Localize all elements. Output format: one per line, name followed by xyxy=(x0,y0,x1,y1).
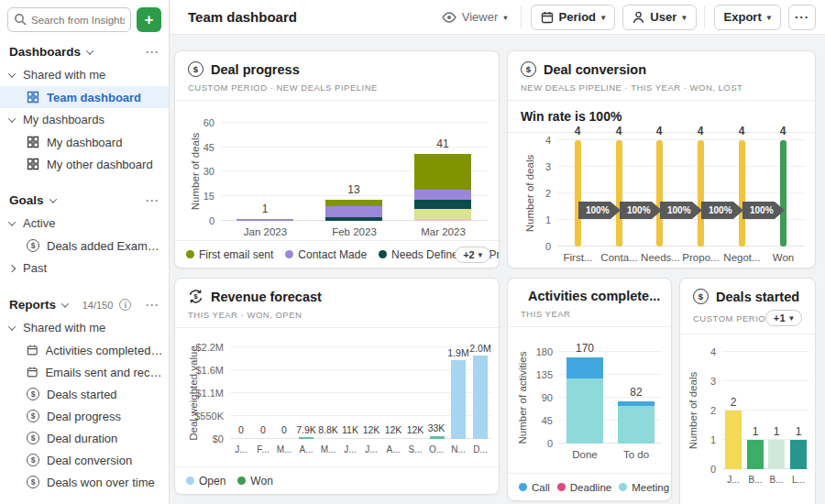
legend-item[interactable]: Contact Made xyxy=(285,248,367,261)
reports-menu-button[interactable]: ··· xyxy=(146,299,160,312)
sidebar-item-my-dashboard[interactable]: My dashboard xyxy=(0,131,169,153)
legend-more-button[interactable]: +2▾ xyxy=(455,247,490,263)
card-revenue-forecast: $ Revenue forecast THIS YEAR · WON, OPEN… xyxy=(174,278,500,495)
x-tick: Won xyxy=(763,252,804,263)
x-tick: A... xyxy=(382,444,404,455)
chevron-down-icon xyxy=(61,300,69,307)
period-button[interactable]: Period ▾ xyxy=(531,5,616,30)
filter-more-button[interactable]: +1▾ xyxy=(765,310,802,326)
won-bar[interactable] xyxy=(299,437,314,439)
item-label: Deals added Example t... xyxy=(47,239,163,253)
section-reports[interactable]: Reports 14/150 i ··· xyxy=(0,292,169,316)
card-title: Deal conversion xyxy=(544,62,646,77)
more-button[interactable]: ··· xyxy=(788,5,816,30)
goal-dollar-icon: $ xyxy=(27,239,39,252)
x-tick: First... xyxy=(557,252,599,263)
legend-item[interactable]: Needs Defined xyxy=(379,248,464,261)
open-bar-dec[interactable] xyxy=(473,356,488,439)
conversion-rate-badge: 100% xyxy=(701,202,743,219)
conversion-bar[interactable] xyxy=(616,140,622,247)
x-tick: F... xyxy=(252,444,274,455)
bar-value: 41 xyxy=(414,137,471,150)
group-label: Past xyxy=(23,261,47,275)
add-button[interactable]: + xyxy=(137,7,161,32)
won-bar[interactable] xyxy=(430,436,445,439)
deal-dollar-icon: $ xyxy=(521,61,536,77)
card-deal-progress: $ Deal progress CUSTOM PERIOD · NEW DEAL… xyxy=(174,50,500,268)
conversion-rate-badge: 100% xyxy=(578,202,621,219)
item-label: Deal duration xyxy=(47,432,117,445)
deals-bar[interactable] xyxy=(747,440,764,469)
sidebar-item-report[interactable]: $ Deal progress xyxy=(0,405,169,427)
export-button[interactable]: Export ▾ xyxy=(714,5,781,30)
bar-value: 12K xyxy=(381,424,405,435)
group-active-goals[interactable]: Active xyxy=(0,212,169,235)
sidebar-item-goal[interactable]: $ Deals added Example t... xyxy=(0,235,169,257)
group-reports-shared[interactable]: Shared with me xyxy=(0,316,169,339)
deals-bar[interactable] xyxy=(725,411,742,469)
search-box xyxy=(7,7,131,32)
sidebar-item-report[interactable]: $ Deals won over time xyxy=(0,471,169,493)
stacked-bar-mar[interactable] xyxy=(414,154,471,221)
activities-legend: Call Deadline Meeting xyxy=(508,473,671,500)
legend-item[interactable]: Call xyxy=(519,482,550,493)
deal-dollar-icon: $ xyxy=(693,289,709,304)
legend-dot xyxy=(519,483,527,491)
conversion-bar[interactable] xyxy=(656,140,663,247)
sidebar-item-report[interactable]: $ Deal conversion xyxy=(0,449,169,471)
legend-dot xyxy=(186,477,194,485)
sidebar-item-report[interactable]: Activities completed an... xyxy=(0,339,169,361)
sidebar-item-report[interactable]: $ Deals started xyxy=(0,383,169,405)
dashboard-grid-icon xyxy=(27,136,39,148)
sidebar-item-report[interactable]: Emails sent and received xyxy=(0,361,169,383)
legend-item[interactable]: Meeting xyxy=(619,482,669,493)
activities-plot: 180 135 90 45 0 170 82 Done To do xyxy=(559,352,662,444)
viewer-dropdown[interactable]: Viewer ▾ xyxy=(442,10,508,24)
open-bar-nov[interactable] xyxy=(451,360,466,439)
deal-progress-legend: First email sent Contact Made Needs Defi… xyxy=(175,240,499,268)
stacked-bar-done[interactable] xyxy=(566,357,603,444)
chevron-down-icon xyxy=(8,115,16,122)
x-tick: Feb 2023 xyxy=(310,226,399,237)
legend-item[interactable]: First email sent xyxy=(186,248,273,261)
legend-item[interactable]: Deadline xyxy=(557,482,611,493)
x-tick: J... xyxy=(722,475,744,485)
goals-menu-button[interactable]: ··· xyxy=(146,194,160,207)
card-title-row: $ Deal conversion xyxy=(508,51,815,77)
bar-value: 4 xyxy=(691,125,710,137)
x-tick: Needs... xyxy=(640,252,681,263)
conversion-bar[interactable] xyxy=(698,140,704,247)
user-button[interactable]: User ▾ xyxy=(622,5,696,30)
reports-count: 14/150 xyxy=(82,300,114,311)
stacked-bar-jan[interactable] xyxy=(236,219,293,221)
deals-bar[interactable] xyxy=(790,440,807,469)
conversion-bar[interactable] xyxy=(575,140,581,247)
legend-item[interactable]: Open xyxy=(186,475,226,488)
section-dashboards[interactable]: Dashboards ··· xyxy=(0,39,169,63)
section-goals[interactable]: Goals ··· xyxy=(0,188,169,212)
item-label: Team dashboard xyxy=(47,91,141,104)
chevron-down-icon xyxy=(8,323,16,330)
stacked-bar-todo[interactable] xyxy=(618,401,654,444)
group-my-dashboards[interactable]: My dashboards xyxy=(0,108,169,131)
dashboards-menu-button[interactable]: ··· xyxy=(146,46,160,59)
legend-dot xyxy=(619,483,627,491)
sidebar-item-my-other-dashboard[interactable]: My other dashboard xyxy=(0,153,169,175)
sidebar-item-report[interactable]: $ Deal duration xyxy=(0,427,169,449)
group-past-goals[interactable]: Past xyxy=(0,257,169,279)
conversion-bar[interactable] xyxy=(739,140,745,247)
x-tick: O... xyxy=(425,444,447,455)
sidebar-item-team-dashboard[interactable]: Team dashboard xyxy=(0,86,169,108)
y-axis-label: Number of deals xyxy=(190,133,201,210)
card-title-row: Activities complete... xyxy=(508,279,671,303)
conversion-bar-won[interactable] xyxy=(780,140,786,247)
chevron-down-icon xyxy=(8,70,16,77)
stacked-bar-feb[interactable] xyxy=(325,200,382,221)
legend-item[interactable]: Won xyxy=(237,475,272,488)
revenue-forecast-plot: $2.2M $1.6M $1.1M $550K $0 0 0 0 7.9K 8.… xyxy=(230,347,491,439)
deals-bar[interactable] xyxy=(768,440,785,469)
user-label: User xyxy=(650,10,676,24)
bar-value: 4 xyxy=(568,125,587,137)
group-shared-with-me[interactable]: Shared with me xyxy=(0,63,169,86)
info-icon[interactable]: i xyxy=(119,299,131,311)
